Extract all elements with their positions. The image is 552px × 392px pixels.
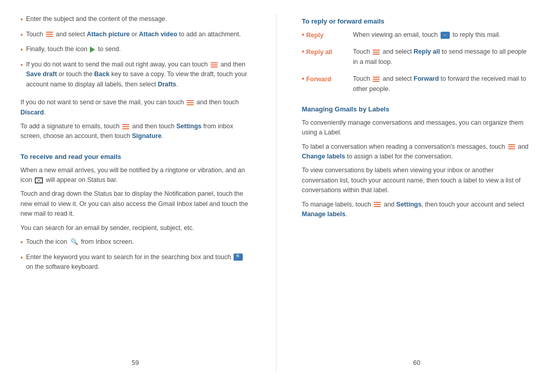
term-row-forward: • Forward Touch and select Forward to fo…	[302, 74, 532, 94]
menu-icon	[122, 124, 129, 129]
send-icon	[90, 47, 95, 53]
paragraph: When a new email arrives, you will be no…	[20, 166, 250, 186]
list-item: • Enter the keyword you want to search f…	[20, 252, 250, 272]
term-label-forward: • Forward	[302, 74, 353, 94]
menu-icon	[374, 202, 381, 207]
page-number: 60	[302, 355, 532, 372]
menu-icon	[46, 32, 53, 37]
paragraph: You can search for an email by sender, r…	[20, 223, 250, 233]
page-59: • Enter the subject and the content of t…	[20, 14, 250, 372]
bullet-text: Enter the subject and the content of the…	[26, 14, 167, 26]
menu-icon	[211, 62, 218, 67]
page-60: To reply or forward emails • Reply When …	[302, 14, 532, 372]
paragraph: To add a signature to emails, touch and …	[20, 122, 250, 142]
reply-icon: ←	[441, 32, 450, 39]
bullet-dot: •	[20, 60, 23, 89]
email-icon	[35, 177, 43, 183]
paragraph: To label a conversation when reading a c…	[302, 142, 532, 162]
term-label-replyall: • Reply all	[302, 47, 353, 67]
term-label-reply: • Reply	[302, 30, 353, 40]
bullet-text: If you do not want to send the mail out …	[26, 60, 250, 89]
search-icon: 🔍	[70, 238, 78, 246]
menu-icon	[373, 77, 380, 82]
section-heading: To reply or forward emails	[302, 17, 532, 25]
term-row-replyall: • Reply all Touch and select Reply all t…	[302, 47, 532, 67]
page-number: 59	[20, 355, 250, 372]
menu-icon	[373, 50, 380, 55]
bullet-dot: •	[20, 252, 23, 272]
term-def-replyall: Touch and select Reply all to send messa…	[353, 47, 532, 67]
term-def-reply: When viewing an email, touch ← to reply …	[353, 30, 532, 40]
bullet-dot: •	[20, 30, 23, 41]
bullet-text: Touch the icon 🔍 from Inbox screen.	[26, 237, 134, 248]
bullet-dot: •	[20, 14, 23, 26]
page-divider	[276, 14, 277, 372]
list-item: • If you do not want to send the mail ou…	[20, 60, 250, 89]
list-item: • Finally, touch the icon to send.	[20, 44, 250, 56]
list-item: • Touch and select Attach picture or Att…	[20, 30, 250, 41]
paragraph: To conveniently manage conversations and…	[302, 118, 532, 138]
section-heading: To receive and read your emails	[20, 153, 250, 160]
list-item: • Touch the icon 🔍 from Inbox screen.	[20, 237, 250, 248]
bullet-dot: •	[20, 237, 23, 248]
bullet-text: Enter the keyword you want to search for…	[26, 252, 250, 272]
paragraph: To manage labels, touch and Settings, th…	[302, 200, 532, 220]
search-box-icon: 🔍	[234, 253, 243, 261]
term-row-reply: • Reply When viewing an email, touch ← t…	[302, 30, 532, 40]
paragraph: To view conversations by labels when vie…	[302, 166, 532, 195]
paragraph: Touch and drag down the Status bar to di…	[20, 189, 250, 219]
term-def-forward: Touch and select Forward to forward the …	[353, 74, 532, 94]
section-heading-2: Managing Gmails by Labels	[302, 105, 532, 113]
menu-icon	[187, 100, 194, 105]
paragraph: If you do not want to send or save the m…	[20, 98, 250, 118]
bullet-text: Touch and select Attach picture or Attac…	[26, 30, 241, 41]
bullet-dot: •	[20, 44, 23, 56]
list-item: • Enter the subject and the content of t…	[20, 14, 250, 26]
bullet-text: Finally, touch the icon to send.	[26, 44, 121, 56]
menu-icon	[508, 144, 515, 149]
